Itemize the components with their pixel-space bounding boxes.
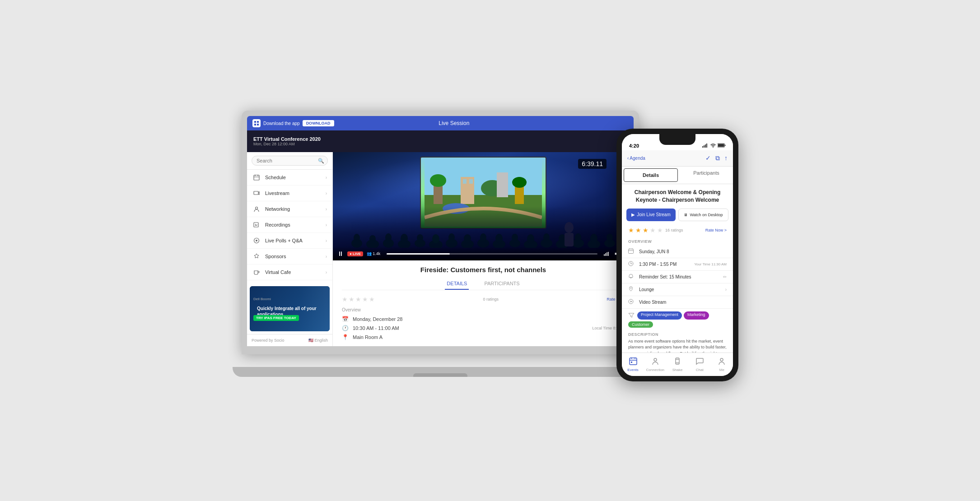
- svg-point-9: [256, 207, 258, 209]
- phone-nav-chat[interactable]: Chat: [689, 353, 711, 376]
- svg-point-43: [464, 234, 471, 242]
- phone-session-time: 1:30 PM - 1:55 PM: [639, 262, 677, 267]
- phone-clock-icon: [628, 261, 635, 268]
- phone-rate-now[interactable]: Rate Now >: [705, 228, 727, 232]
- video-player[interactable]: 6:39.11: [333, 152, 634, 260]
- tag-customer[interactable]: Customer: [628, 321, 653, 328]
- recordings-icon: [252, 221, 261, 229]
- me-icon: [718, 357, 726, 367]
- session-location: Main Room A: [353, 334, 383, 340]
- language-selector[interactable]: 🇺🇸 English: [308, 338, 328, 343]
- star-1[interactable]: ★: [342, 296, 348, 303]
- sidebar-item-networking[interactable]: Networking ›: [247, 201, 332, 217]
- networking-chevron: ›: [326, 207, 327, 212]
- virtualcafe-icon: [252, 268, 261, 276]
- sidebar-item-sponsors[interactable]: Sponsors ›: [247, 249, 332, 264]
- sidebar-item-livestream[interactable]: Livestream ›: [247, 186, 332, 201]
- phone-location: Lounge: [639, 287, 654, 292]
- connection-label: Connection: [646, 368, 664, 372]
- svg-point-49: [512, 234, 518, 241]
- reminder-edit-icon[interactable]: ✏: [723, 274, 727, 279]
- svg-rect-21: [463, 179, 467, 184]
- star-2[interactable]: ★: [349, 296, 355, 303]
- wifi-icon: [710, 143, 716, 148]
- copy-icon[interactable]: ⧉: [715, 154, 720, 162]
- rating-text: 0 ratings: [483, 297, 499, 302]
- watch-on-desktop-button[interactable]: 🖥 Watch on Desktop: [678, 209, 728, 221]
- tag-marketing[interactable]: Marketing: [684, 311, 709, 320]
- sidebar-ad[interactable]: Dell Boomi Quickly Integrate all of your…: [250, 286, 330, 331]
- phone-location-chevron: ›: [725, 287, 727, 292]
- phone-time-row: 1:30 PM - 1:55 PM Your Time 11:30 AM: [622, 258, 733, 271]
- download-button[interactable]: DOWNLOAD: [303, 120, 334, 126]
- phone-star-3[interactable]: ★: [643, 227, 649, 234]
- sidebar-ad-btn[interactable]: TRY IPAS FREE TODAY: [253, 315, 299, 321]
- star-5[interactable]: ★: [369, 296, 375, 303]
- download-text: Download the app: [263, 121, 300, 126]
- back-button[interactable]: ‹ Agenda: [627, 156, 645, 161]
- polls-chevron: ›: [326, 238, 327, 243]
- phone-nav-events[interactable]: Events: [622, 353, 644, 376]
- phone-overview-label: OVERVIEW: [622, 237, 733, 246]
- phone-nav-shake[interactable]: Shake: [666, 353, 688, 376]
- stars: ★ ★ ★ ★ ★: [342, 296, 375, 303]
- phone-reminder-row: Reminder Set: 15 Minutes ✏: [622, 271, 733, 283]
- svg-rect-3: [257, 124, 259, 125]
- phone-device: 4:20: [616, 129, 738, 381]
- svg-point-72: [713, 147, 714, 148]
- tab-participants[interactable]: PARTICIPANTS: [482, 278, 521, 290]
- sponsors-chevron: ›: [326, 254, 327, 259]
- sidebar-item-virtualcafe[interactable]: Virtual Cafe ›: [247, 264, 332, 280]
- sidebar-item-recordings[interactable]: Recordings ›: [247, 217, 332, 233]
- checkmark-icon[interactable]: ✓: [705, 154, 711, 162]
- phone-reminder: Reminder Set: 15 Minutes: [639, 274, 691, 279]
- phone-location-row[interactable]: Lounge ›: [622, 283, 733, 296]
- phone-desc-label: DESCRIPTION: [628, 332, 727, 337]
- phone-star-4[interactable]: ★: [650, 227, 656, 234]
- phone-session-date: Sunday, JUN 8: [639, 249, 669, 254]
- join-live-stream-button[interactable]: ▶ Join Live Stream: [626, 209, 676, 221]
- svg-rect-76: [629, 249, 634, 253]
- tag-project-management[interactable]: Project Management: [637, 311, 682, 320]
- tab-details[interactable]: DETAILS: [445, 278, 469, 290]
- phone-action-btns: ▶ Join Live Stream 🖥 Watch on Desktop: [622, 207, 733, 225]
- star-3[interactable]: ★: [355, 296, 361, 303]
- share-icon[interactable]: ↑: [724, 154, 728, 162]
- phone-star-2[interactable]: ★: [635, 227, 641, 234]
- sidebar-item-polls[interactable]: Live Polls + Q&A ›: [247, 233, 332, 249]
- svg-point-35: [401, 234, 408, 243]
- svg-point-51: [527, 234, 534, 243]
- polls-icon: [252, 237, 261, 245]
- livestream-label: Livestream: [265, 190, 289, 196]
- sidebar-item-schedule[interactable]: Schedule ›: [247, 170, 332, 186]
- session-tabs: DETAILS PARTICIPANTS: [342, 278, 625, 290]
- phone-tab-participants[interactable]: Participants: [680, 167, 733, 184]
- sidebar-item-announcements[interactable]: Announcements ›: [247, 280, 332, 283]
- virtualcafe-chevron: ›: [326, 270, 327, 275]
- phone-nav-me[interactable]: Me: [711, 353, 733, 376]
- livestream-chevron: ›: [326, 191, 327, 196]
- pause-button[interactable]: ⏸: [337, 250, 344, 257]
- svg-point-26: [512, 177, 527, 188]
- phone-nav-connection[interactable]: Connection: [644, 353, 666, 376]
- svg-rect-65: [605, 253, 606, 256]
- session-title: Fireside: Customers first, not channels: [342, 266, 625, 274]
- viewer-count: 👥 1.4k: [367, 251, 381, 256]
- svg-point-12: [256, 240, 257, 241]
- phone-star-5[interactable]: ★: [657, 227, 663, 234]
- session-info: Fireside: Customers first, not channels …: [333, 260, 634, 346]
- phone-your-time: Your Time 11:30 AM: [694, 262, 727, 266]
- video-timer: 6:39.11: [578, 159, 607, 169]
- sponsors-icon: [252, 252, 261, 260]
- phone-video-stream: Video Stream: [639, 300, 666, 305]
- networking-label: Networking: [265, 206, 290, 212]
- svg-rect-67: [608, 252, 609, 256]
- svg-rect-87: [630, 358, 637, 365]
- phone-star-1[interactable]: ★: [628, 227, 634, 234]
- search-input[interactable]: [252, 156, 328, 166]
- svg-point-45: [480, 233, 486, 241]
- star-4[interactable]: ★: [362, 296, 368, 303]
- overview-label: Overview: [342, 307, 625, 312]
- phone-tab-details[interactable]: Details: [624, 168, 678, 182]
- detail-location: 📍 Main Room A: [342, 334, 625, 340]
